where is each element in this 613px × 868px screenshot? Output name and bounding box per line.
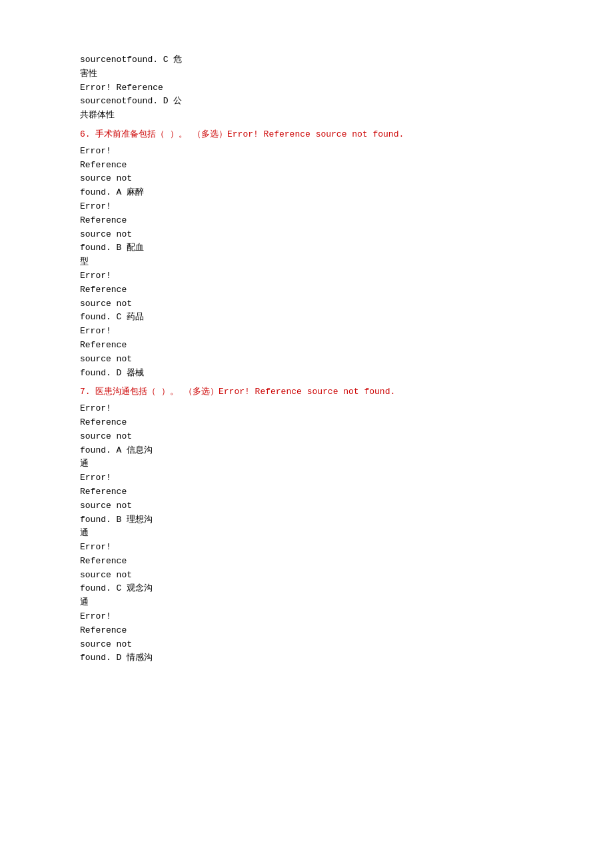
q7-label: 7. — [80, 387, 95, 397]
q7-answer-a-block: Error! Reference source not found. A 信息沟… — [80, 402, 533, 471]
question-7-line: 7. 医患沟通包括（ ）。 （多选）Error! Reference sourc… — [80, 385, 533, 399]
q7-a-error3: source not — [80, 430, 533, 444]
q6-c-error3: source not — [80, 297, 533, 311]
q6-b-error3: source not — [80, 228, 533, 242]
q7-text: 医患沟通包括（ ）。 （多选）Error! Reference source n… — [95, 387, 395, 397]
q7-a-text: 通 — [80, 457, 533, 471]
q7-c-error3: source not — [80, 569, 533, 583]
q6-b-text: 型 — [80, 255, 533, 269]
q7-d-error2: Reference — [80, 624, 533, 638]
page-content: sourcenotfound. C 危 害性 Error! Reference … — [80, 53, 533, 665]
q6-a-error2: Reference — [80, 159, 533, 173]
q7-b-error3: source not — [80, 499, 533, 513]
q7-b-error1: Error! — [80, 471, 533, 485]
line-5: 共群体性 — [80, 109, 533, 123]
q6-d-error1: Error! — [80, 325, 533, 339]
q6-b-error4: found. B 配血 — [80, 241, 533, 255]
q6-answer-a-block: Error! Reference source not found. A 麻醉 — [80, 145, 533, 200]
q7-b-error4: found. B 理想沟 — [80, 513, 533, 527]
q7-c-error2: Reference — [80, 555, 533, 569]
q6-answer-c-block: Error! Reference source not found. C 药品 — [80, 269, 533, 325]
q7-c-text: 通 — [80, 596, 533, 610]
line-2: 害性 — [80, 67, 533, 81]
q7-c-error1: Error! — [80, 541, 533, 555]
q7-answer-b-block: Error! Reference source not found. B 理想沟… — [80, 471, 533, 541]
question-7: 7. 医患沟通包括（ ）。 （多选）Error! Reference sourc… — [80, 385, 533, 665]
q7-d-error3: source not — [80, 638, 533, 652]
q7-answer-d-block: Error! Reference source not found. D 情感沟 — [80, 610, 533, 665]
q7-a-error1: Error! — [80, 402, 533, 416]
q7-d-error1: Error! — [80, 610, 533, 624]
q7-b-error2: Reference — [80, 485, 533, 499]
q6-a-error3: source not — [80, 172, 533, 186]
q6-label: 6. — [80, 129, 95, 139]
question-6: 6. 手术前准备包括（ ）。 （多选）Error! Reference sour… — [80, 128, 533, 380]
q6-b-error2: Reference — [80, 214, 533, 228]
line-3: Error! Reference — [80, 81, 533, 95]
q6-b-error1: Error! — [80, 200, 533, 214]
q7-d-error4: found. D 情感沟 — [80, 651, 533, 665]
q6-d-error4: found. D 器械 — [80, 367, 533, 381]
q7-b-text: 通 — [80, 527, 533, 541]
q6-c-error2: Reference — [80, 283, 533, 297]
line-1: sourcenotfound. C 危 — [80, 53, 533, 67]
q6-a-error1: Error! — [80, 145, 533, 159]
q6-a-error4: found. A 麻醉 — [80, 186, 533, 200]
q6-answer-d-block: Error! Reference source not found. D 器械 — [80, 325, 533, 380]
pre-section: sourcenotfound. C 危 害性 Error! Reference … — [80, 53, 533, 123]
q6-c-error4: found. C 药品 — [80, 311, 533, 325]
q6-answer-b-block: Error! Reference source not found. B 配血 … — [80, 200, 533, 269]
q6-c-error1: Error! — [80, 269, 533, 283]
question-6-line: 6. 手术前准备包括（ ）。 （多选）Error! Reference sour… — [80, 128, 533, 142]
q7-a-error2: Reference — [80, 416, 533, 430]
q6-d-error3: source not — [80, 353, 533, 367]
q6-text: 手术前准备包括（ ）。 （多选）Error! Reference source … — [95, 129, 404, 139]
q7-c-error4: found. C 观念沟 — [80, 582, 533, 596]
line-4: sourcenotfound. D 公 — [80, 95, 533, 109]
q7-answer-c-block: Error! Reference source not found. C 观念沟… — [80, 541, 533, 610]
q7-a-error4: found. A 信息沟 — [80, 444, 533, 458]
q6-d-error2: Reference — [80, 339, 533, 353]
